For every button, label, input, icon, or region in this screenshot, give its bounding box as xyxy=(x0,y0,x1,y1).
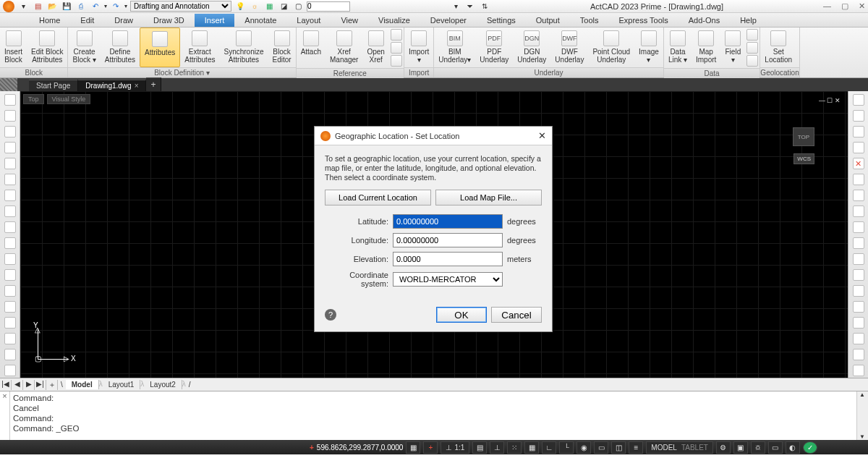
viewport-top-label[interactable]: Top xyxy=(23,94,44,104)
rtool-zoom-icon[interactable] xyxy=(853,126,864,137)
tool-circle1-icon[interactable] xyxy=(4,158,16,169)
status-layer-icon[interactable]: ◫ xyxy=(611,441,626,454)
more-icon[interactable]: ⇅ xyxy=(479,1,490,12)
redo-icon[interactable]: ↷ xyxy=(110,1,122,12)
status-corner-icon[interactable]: └ xyxy=(559,441,574,454)
small-tool-2[interactable] xyxy=(391,55,402,67)
layout-prev-icon[interactable]: ◀ xyxy=(12,380,23,390)
menu-settings[interactable]: Settings xyxy=(477,14,526,27)
rtool-c-icon[interactable] xyxy=(853,206,864,217)
small-tool-2[interactable] xyxy=(746,55,758,67)
tool-region-icon[interactable] xyxy=(4,301,16,313)
sun-icon[interactable]: ☼ xyxy=(249,1,260,12)
status-dots-icon[interactable]: ⁙ xyxy=(507,441,522,454)
longitude-input[interactable] xyxy=(393,233,503,247)
menu-draw[interactable]: Draw xyxy=(104,14,143,27)
panel-data[interactable]: Data xyxy=(664,68,760,78)
tool-circle2-icon[interactable] xyxy=(4,174,16,185)
status-screen-icon[interactable]: ▣ xyxy=(733,441,748,454)
menu-edit[interactable]: Edit xyxy=(70,14,104,27)
panel-underlay[interactable]: Underlay xyxy=(434,67,663,77)
status-gear-icon[interactable]: ⚙ xyxy=(716,441,731,454)
rtool-m-icon[interactable] xyxy=(853,365,864,376)
elevation-input[interactable] xyxy=(393,252,503,266)
panel-import[interactable]: Import xyxy=(404,67,433,77)
model-viewport[interactable]: Top Visual Style — ☐ ✕ TOP WCS Y X △ ▷ ▢… xyxy=(20,91,848,378)
rtool-e-icon[interactable] xyxy=(853,237,864,249)
viewport-visualstyle-label[interactable]: Visual Style xyxy=(47,94,91,104)
status-lines-icon[interactable]: ≡ xyxy=(629,441,643,454)
app-logo-icon[interactable] xyxy=(3,1,14,12)
tool-rect-icon[interactable] xyxy=(4,237,16,249)
open-icon[interactable]: 📂 xyxy=(46,1,58,12)
rtool-close-icon[interactable]: ✕ xyxy=(853,158,864,169)
attach[interactable]: Attach xyxy=(297,27,326,68)
attributes[interactable]: Attributes xyxy=(140,27,180,67)
workspace-selector[interactable]: Drafting and Annotation xyxy=(130,1,231,12)
menu-output[interactable]: Output xyxy=(526,14,570,27)
dwf-underlay[interactable]: DWFDWFUnderlay xyxy=(550,27,588,67)
rtool-home-icon[interactable] xyxy=(853,142,864,153)
rtool-h-icon[interactable] xyxy=(853,285,864,297)
small-tool-1[interactable] xyxy=(746,42,758,54)
layout-tab-layout1[interactable]: Layout1 xyxy=(103,380,141,389)
view-cube[interactable]: TOP xyxy=(793,127,814,146)
panel-geolocation[interactable]: Geolocation xyxy=(760,67,799,77)
define-attributes[interactable]: DefineAttributes xyxy=(101,27,140,67)
rtool-g-icon[interactable] xyxy=(853,269,864,281)
saveall-icon[interactable]: ⎙ xyxy=(75,1,87,12)
import[interactable]: Import▾ xyxy=(404,27,433,67)
save-icon[interactable]: 💾 xyxy=(61,1,72,12)
layout-tab-model[interactable]: Model xyxy=(66,380,99,389)
doctab-start-page[interactable]: Start Page xyxy=(29,80,78,91)
bim-underlay[interactable]: BIMBIMUnderlay▾ xyxy=(434,27,475,67)
doctab-close-icon[interactable]: × xyxy=(135,82,139,90)
pdf-underlay[interactable]: PDFPDFUnderlay xyxy=(475,27,513,67)
ok-button[interactable]: OK xyxy=(436,307,487,323)
cancel-button[interactable]: Cancel xyxy=(491,307,542,323)
small-tool-0[interactable] xyxy=(746,29,758,41)
layout-last-icon[interactable]: ▶| xyxy=(35,380,46,390)
undo-icon[interactable]: ↶ xyxy=(90,1,101,12)
rtool-b-icon[interactable] xyxy=(853,190,864,201)
menu-home[interactable]: Home xyxy=(29,14,70,27)
status-angle-icon[interactable]: ∟ xyxy=(542,441,556,454)
bulb-icon[interactable]: 💡 xyxy=(234,1,246,12)
xref-manager[interactable]: XrefManager xyxy=(326,27,362,68)
layout-first-icon[interactable]: |◀ xyxy=(0,380,12,390)
point-cloud-underlay[interactable]: Point CloudUnderlay xyxy=(588,27,634,67)
tool-spline-icon[interactable] xyxy=(4,190,16,201)
status-check-icon[interactable]: ✓ xyxy=(803,441,817,454)
layout-next-icon[interactable]: ▶ xyxy=(23,380,35,390)
tool-hatch-icon[interactable] xyxy=(4,285,16,297)
tool-arc-icon[interactable] xyxy=(4,142,16,153)
layer2-icon[interactable]: ▢ xyxy=(292,1,304,12)
tool-rect2-icon[interactable] xyxy=(4,253,16,265)
create-block[interactable]: CreateBlock ▾ xyxy=(68,27,100,67)
small-tool-0[interactable] xyxy=(391,29,402,41)
doctab-add[interactable]: + xyxy=(146,77,161,91)
rtool-k-icon[interactable] xyxy=(853,333,864,344)
extract-attributes[interactable]: ExtractAttributes xyxy=(180,27,219,67)
rtool-d-icon[interactable] xyxy=(853,221,864,233)
command-history[interactable]: Command:CancelCommand:Command: _GEO xyxy=(10,391,856,440)
maximize-icon[interactable]: ▢ xyxy=(841,1,848,11)
command-close-icon[interactable]: × xyxy=(0,391,10,440)
synchronize-attributes[interactable]: SynchronizeAttributes xyxy=(219,27,268,67)
load-map-file-button[interactable]: Load Map File... xyxy=(435,190,542,206)
qat-dropdown-icon[interactable]: ▾ xyxy=(17,1,29,12)
menu-view[interactable]: View xyxy=(331,14,368,27)
dash-icon[interactable]: ⏷ xyxy=(464,1,476,12)
panel-block[interactable]: Block xyxy=(0,67,67,77)
command-scrollbar[interactable] xyxy=(856,391,868,440)
status-scale[interactable]: ⊥1:1 xyxy=(441,441,469,454)
app-drop-icon[interactable]: ▾ xyxy=(450,1,461,12)
rtool-i-icon[interactable] xyxy=(853,301,864,313)
status-grid2-icon[interactable]: ▤ xyxy=(472,441,487,454)
menu-draw-3d[interactable]: Draw 3D xyxy=(143,14,195,27)
load-current-location-button[interactable]: Load Current Location xyxy=(325,190,431,206)
menu-insert[interactable]: Insert xyxy=(195,14,235,27)
tool-text-icon[interactable] xyxy=(4,269,16,281)
dgn-underlay[interactable]: DGNDGNUnderlay xyxy=(513,27,550,67)
panel-reference[interactable]: Reference xyxy=(297,68,404,78)
